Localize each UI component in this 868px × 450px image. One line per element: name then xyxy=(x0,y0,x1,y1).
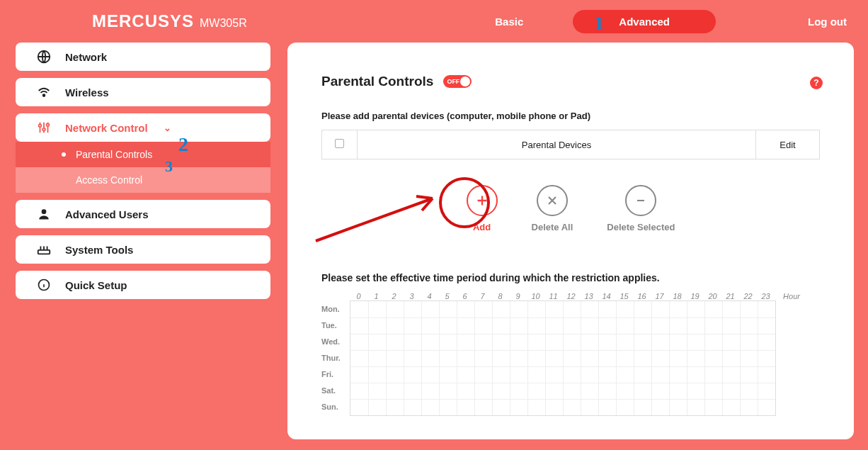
schedule-cell[interactable] xyxy=(758,367,775,383)
parental-controls-toggle[interactable]: OFF xyxy=(443,75,472,88)
schedule-cell[interactable] xyxy=(457,400,474,415)
schedule-cell[interactable] xyxy=(758,351,775,366)
schedule-cell[interactable] xyxy=(527,383,545,399)
schedule-cell[interactable] xyxy=(545,334,563,350)
schedule-cell[interactable] xyxy=(545,351,563,366)
schedule-cell[interactable] xyxy=(651,318,669,334)
schedule-cell[interactable] xyxy=(581,318,598,334)
schedule-cell[interactable] xyxy=(368,383,386,399)
schedule-cell[interactable] xyxy=(510,351,527,366)
schedule-cell[interactable] xyxy=(669,383,687,399)
sidebar-item-network[interactable]: Network xyxy=(16,43,270,71)
schedule-cell[interactable] xyxy=(616,351,634,366)
schedule-cell[interactable] xyxy=(421,400,439,415)
schedule-cell[interactable] xyxy=(510,400,527,415)
schedule-cell[interactable] xyxy=(386,334,404,350)
schedule-cell[interactable] xyxy=(545,301,563,317)
schedule-cell[interactable] xyxy=(350,383,368,399)
schedule-cell[interactable] xyxy=(651,301,669,317)
schedule-cell[interactable] xyxy=(368,367,386,383)
schedule-cell[interactable] xyxy=(651,367,669,383)
schedule-cell[interactable] xyxy=(758,383,775,399)
schedule-cell[interactable] xyxy=(616,318,634,334)
schedule-cell[interactable] xyxy=(510,383,527,399)
schedule-cell[interactable] xyxy=(740,301,758,317)
schedule-cell[interactable] xyxy=(563,334,581,350)
schedule-cell[interactable] xyxy=(457,301,474,317)
schedule-cell[interactable] xyxy=(722,301,740,317)
schedule-cell[interactable] xyxy=(651,334,669,350)
schedule-cell[interactable] xyxy=(439,400,457,415)
schedule-cell[interactable] xyxy=(634,301,651,317)
schedule-cell[interactable] xyxy=(634,334,651,350)
schedule-cell[interactable] xyxy=(598,367,616,383)
schedule-cell[interactable] xyxy=(386,383,404,399)
schedule-cell[interactable] xyxy=(563,383,581,399)
schedule-cell[interactable] xyxy=(510,367,527,383)
schedule-cell[interactable] xyxy=(457,383,474,399)
schedule-cell[interactable] xyxy=(350,318,368,334)
sidebar-item-network-control[interactable]: Network Control ⌄ xyxy=(16,113,270,142)
schedule-cell[interactable] xyxy=(563,351,581,366)
schedule-cell[interactable] xyxy=(563,367,581,383)
schedule-cell[interactable] xyxy=(545,400,563,415)
schedule-cell[interactable] xyxy=(368,334,386,350)
schedule-cell[interactable] xyxy=(634,351,651,366)
schedule-cell[interactable] xyxy=(545,367,563,383)
schedule-cell[interactable] xyxy=(704,367,722,383)
schedule-cell[interactable] xyxy=(598,383,616,399)
schedule-cell[interactable] xyxy=(421,351,439,366)
schedule-cell[interactable] xyxy=(722,367,740,383)
sidebar-item-advanced-users[interactable]: Advanced Users xyxy=(16,200,270,228)
schedule-cell[interactable] xyxy=(651,383,669,399)
schedule-cell[interactable] xyxy=(439,367,457,383)
schedule-cell[interactable] xyxy=(404,400,421,415)
schedule-cell[interactable] xyxy=(704,383,722,399)
schedule-cell[interactable] xyxy=(581,334,598,350)
schedule-cell[interactable] xyxy=(563,400,581,415)
schedule-cell[interactable] xyxy=(598,318,616,334)
schedule-cell[interactable] xyxy=(439,318,457,334)
schedule-cell[interactable] xyxy=(598,301,616,317)
schedule-cell[interactable] xyxy=(704,318,722,334)
schedule-cell[interactable] xyxy=(581,351,598,366)
sidebar-sub-parental-controls[interactable]: Parental Controls xyxy=(16,142,270,167)
schedule-cell[interactable] xyxy=(669,400,687,415)
schedule-cell[interactable] xyxy=(616,400,634,415)
schedule-cell[interactable] xyxy=(722,334,740,350)
schedule-cell[interactable] xyxy=(634,383,651,399)
schedule-cell[interactable] xyxy=(474,301,492,317)
schedule-cell[interactable] xyxy=(581,301,598,317)
schedule-cell[interactable] xyxy=(492,318,510,334)
schedule-cell[interactable] xyxy=(404,351,421,366)
schedule-cell[interactable] xyxy=(368,400,386,415)
schedule-cell[interactable] xyxy=(350,301,368,317)
schedule-cell[interactable] xyxy=(740,400,758,415)
schedule-cell[interactable] xyxy=(368,351,386,366)
schedule-cell[interactable] xyxy=(457,334,474,350)
schedule-cell[interactable] xyxy=(457,351,474,366)
schedule-cell[interactable] xyxy=(527,301,545,317)
schedule-cell[interactable] xyxy=(704,400,722,415)
schedule-cell[interactable] xyxy=(722,383,740,399)
schedule-cell[interactable] xyxy=(545,318,563,334)
schedule-cell[interactable] xyxy=(704,351,722,366)
schedule-cell[interactable] xyxy=(368,301,386,317)
schedule-cell[interactable] xyxy=(527,318,545,334)
delete-all-button[interactable]: Delete All xyxy=(532,185,573,232)
schedule-cell[interactable] xyxy=(687,301,704,317)
schedule-cell[interactable] xyxy=(421,318,439,334)
schedule-cell[interactable] xyxy=(386,351,404,366)
schedule-cell[interactable] xyxy=(421,301,439,317)
nav-advanced[interactable]: Advanced xyxy=(573,10,716,33)
schedule-cell[interactable] xyxy=(457,367,474,383)
schedule-cell[interactable] xyxy=(687,318,704,334)
schedule-cell[interactable] xyxy=(350,400,368,415)
schedule-cell[interactable] xyxy=(474,334,492,350)
schedule-cell[interactable] xyxy=(527,334,545,350)
schedule-cell[interactable] xyxy=(527,367,545,383)
schedule-cell[interactable] xyxy=(386,400,404,415)
schedule-cell[interactable] xyxy=(510,334,527,350)
schedule-cell[interactable] xyxy=(439,334,457,350)
schedule-cell[interactable] xyxy=(740,334,758,350)
